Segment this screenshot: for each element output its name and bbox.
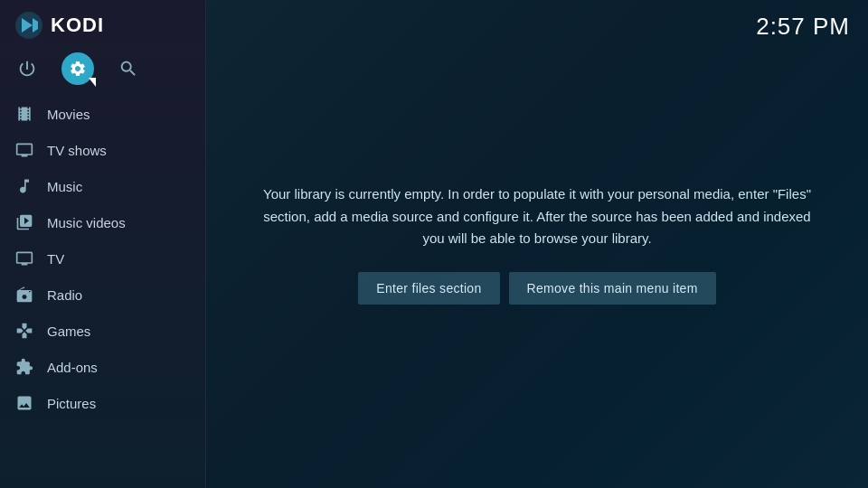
sidebar-item-tv[interactable]: TV [0, 240, 205, 277]
sidebar-item-label-games: Games [47, 324, 90, 339]
remove-menu-item-button[interactable]: Remove this main menu item [509, 272, 716, 305]
sidebar-item-pictures[interactable]: Pictures [0, 385, 205, 421]
enter-files-button[interactable]: Enter files section [358, 272, 499, 305]
center-panel: Your library is currently empty. In orde… [206, 0, 868, 488]
sidebar-item-label-tvshows: TV shows [47, 143, 107, 158]
sidebar-item-label-music-videos: Music videos [47, 215, 126, 230]
sidebar-item-tvshows[interactable]: TV shows [0, 132, 205, 168]
top-icon-bar [0, 49, 205, 96]
sidebar-item-games[interactable]: Games [0, 313, 205, 349]
empty-library-panel: Your library is currently empty. In orde… [239, 165, 835, 323]
sidebar-item-label-pictures: Pictures [47, 396, 96, 411]
radio-icon [14, 285, 34, 305]
sidebar-item-addons[interactable]: Add-ons [0, 349, 205, 385]
sidebar: KODI Movies [0, 0, 206, 488]
clock-display: 2:57 PM [756, 13, 850, 41]
library-empty-message: Your library is currently empty. In orde… [257, 183, 817, 250]
tvshows-icon [14, 140, 34, 160]
sidebar-item-label-addons: Add-ons [47, 360, 98, 375]
settings-button[interactable] [61, 52, 94, 85]
games-icon [14, 321, 34, 341]
pictures-icon [14, 393, 34, 413]
sidebar-item-label-music: Music [47, 179, 82, 194]
power-button[interactable] [11, 52, 43, 85]
sidebar-item-movies[interactable]: Movies [0, 96, 205, 132]
addons-icon [14, 357, 34, 377]
sidebar-item-radio[interactable]: Radio [0, 277, 205, 313]
kodi-logo-icon [14, 11, 43, 40]
main-content: 2:57 PM Your library is currently empty.… [206, 0, 868, 488]
search-button[interactable] [112, 52, 145, 85]
action-buttons-row: Enter files section Remove this main men… [257, 272, 817, 305]
sidebar-item-label-movies: Movies [47, 107, 90, 122]
logo-area: KODI [0, 0, 205, 49]
app-title: KODI [51, 14, 104, 37]
movies-icon [14, 104, 34, 124]
sidebar-menu: Movies TV shows Music Music videos TV [0, 96, 205, 488]
music-icon [14, 176, 34, 196]
sidebar-item-label-radio: Radio [47, 287, 82, 303]
music-videos-icon [14, 212, 34, 232]
sidebar-item-music[interactable]: Music [0, 168, 205, 204]
sidebar-item-music-videos[interactable]: Music videos [0, 204, 205, 240]
tv-icon [14, 249, 34, 268]
sidebar-item-label-tv: TV [47, 251, 64, 267]
